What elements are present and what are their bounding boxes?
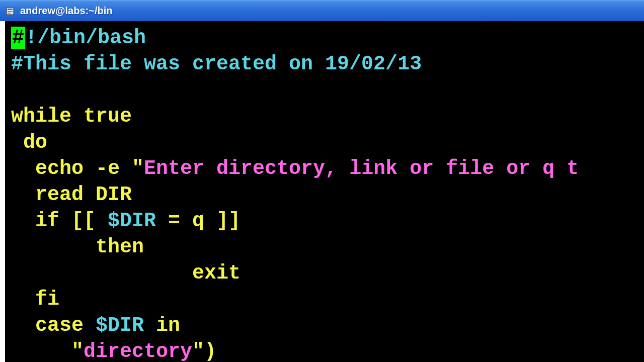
shebang: !/bin/bash <box>25 27 146 49</box>
cursor: # <box>11 27 25 49</box>
indent <box>11 340 71 362</box>
variable-dir-2: $DIR <box>96 314 144 337</box>
bracket-open: [[ <box>71 210 108 232</box>
then-keyword: then <box>11 236 144 258</box>
paren: ) <box>204 340 216 362</box>
terminal-window: andrew@labs:~/bin #!/bin/bash #This file… <box>0 0 644 362</box>
app-icon <box>5 6 15 16</box>
case-keyword: case <box>11 314 96 337</box>
window-title: andrew@labs:~/bin <box>20 5 112 17</box>
quote-open: " <box>71 340 84 362</box>
read-command: read <box>11 184 96 206</box>
in-keyword: in <box>144 314 180 337</box>
comment-line: #This file was created on 19/02/13 <box>11 53 422 75</box>
quote-close: " <box>192 340 204 362</box>
while-keyword: while true <box>11 105 132 128</box>
condition-rest: = q ]] <box>156 210 240 232</box>
do-keyword: do <box>11 131 47 154</box>
read-arg: DIR <box>96 184 132 206</box>
variable-dir: $DIR <box>108 210 156 232</box>
fi-keyword: fi <box>11 288 59 311</box>
terminal-editor[interactable]: #!/bin/bash #This file was created on 19… <box>0 21 644 362</box>
if-keyword: if <box>11 210 71 232</box>
string-literal: Enter directory, link or file or q t <box>144 157 579 180</box>
svg-rect-1 <box>8 9 13 10</box>
case-pattern: directory <box>84 340 192 362</box>
quote: " <box>132 157 144 180</box>
echo-command: echo -e <box>11 157 132 180</box>
svg-rect-3 <box>8 13 11 14</box>
window-titlebar[interactable]: andrew@labs:~/bin <box>0 0 644 21</box>
exit-command: exit <box>11 262 240 285</box>
svg-rect-2 <box>8 11 13 12</box>
